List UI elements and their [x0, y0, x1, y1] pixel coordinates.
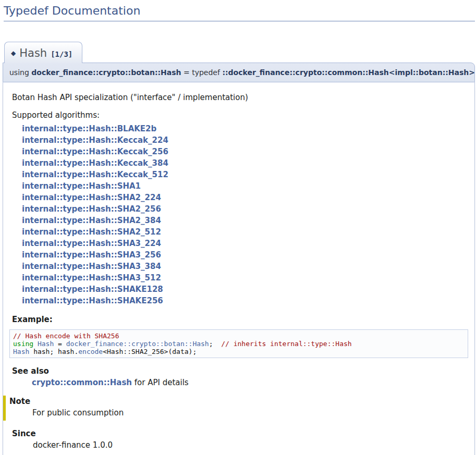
example-label: Example:	[12, 315, 468, 324]
see-also-section: See also crypto::common::Hash for API de…	[12, 366, 468, 387]
algorithm-item: internal::type::Hash::Keccak_512	[22, 169, 468, 180]
algorithm-item: internal::type::Hash::SHA3_512	[22, 272, 468, 284]
since-label: Since	[12, 429, 468, 438]
algorithm-link[interactable]: internal::type::Hash::Keccak_512	[22, 170, 168, 179]
since-text: docker-finance 1.0.0	[33, 440, 468, 450]
member-item: using docker_finance::crypto::botan::Has…	[3, 63, 475, 455]
code-link-hash[interactable]: Hash	[13, 348, 29, 355]
code-line: // Hash encode with SHA256	[13, 332, 465, 340]
code-link-encode[interactable]: encode	[78, 348, 103, 355]
algorithm-item: internal::type::Hash::SHA2_224	[22, 192, 468, 203]
algorithm-link[interactable]: internal::type::Hash::SHA3_256	[22, 250, 161, 260]
see-also-label: See also	[12, 366, 468, 376]
algorithm-item: internal::type::Hash::SHA2_256	[22, 203, 468, 215]
algorithm-link[interactable]: internal::type::Hash::SHA3_224	[22, 239, 161, 248]
overload-badge: [1/3]	[51, 50, 72, 58]
algorithm-link[interactable]: internal::type::Hash::SHA2_256	[22, 204, 161, 214]
algorithm-link[interactable]: internal::type::Hash::SHA2_384	[22, 216, 161, 225]
algorithm-link[interactable]: internal::type::Hash::SHAKE128	[22, 285, 163, 294]
algorithm-item: internal::type::Hash::SHA3_384	[22, 261, 468, 272]
proto-member-name: docker_finance::crypto::botan::Hash	[31, 68, 181, 77]
algorithm-list: internal::type::Hash::BLAKE2b internal::…	[22, 123, 468, 306]
algorithm-link[interactable]: internal::type::Hash::BLAKE2b	[22, 124, 156, 133]
anchor-diamond-icon[interactable]: ◆	[11, 50, 16, 57]
algorithm-link[interactable]: internal::type::Hash::SHA1	[22, 181, 141, 191]
algorithm-link[interactable]: internal::type::Hash::Keccak_224	[22, 136, 168, 145]
since-section: Since docker-finance 1.0.0	[12, 429, 468, 450]
proto-typedef-keyword: = typedef	[181, 68, 223, 77]
algorithm-item: internal::type::Hash::SHA3_224	[22, 238, 468, 249]
algorithm-link[interactable]: internal::type::Hash::Keccak_256	[22, 147, 168, 156]
code-comment: // inherits internal::type::Hash	[221, 340, 351, 348]
algorithm-link[interactable]: internal::type::Hash::SHA3_512	[22, 273, 161, 282]
code-operator: =	[54, 340, 66, 348]
code-line: Hash hash; hash.encode<Hash::SHA2_256>(d…	[13, 348, 465, 355]
code-link-hash[interactable]: Hash	[38, 340, 54, 348]
code-link-botan-hash[interactable]: docker_finance::crypto::botan::Hash	[66, 340, 209, 348]
algorithm-link[interactable]: internal::type::Hash::SHA3_384	[22, 262, 161, 271]
algorithm-link[interactable]: internal::type::Hash::SHA2_224	[22, 193, 161, 202]
note-label: Note	[9, 397, 468, 406]
code-keyword-using: using	[13, 340, 38, 348]
algorithm-item: internal::type::Hash::Keccak_256	[22, 146, 468, 157]
algorithm-item: internal::type::Hash::SHA1	[22, 180, 468, 192]
algorithm-link[interactable]: internal::type::Hash::SHAKE256	[22, 296, 163, 305]
algorithm-item: internal::type::Hash::SHA3_256	[22, 249, 468, 261]
member-title-tab: ◆Hash[1/3]	[4, 42, 82, 63]
code-example-block: // Hash encode with SHA256 using Hash = …	[9, 329, 468, 358]
proto-using-keyword: using	[9, 68, 31, 77]
member-prototype: using docker_finance::crypto::botan::Has…	[3, 63, 475, 82]
algorithm-link[interactable]: internal::type::Hash::SHA2_512	[22, 227, 161, 237]
algorithm-item: internal::type::Hash::SHA2_512	[22, 226, 468, 238]
see-also-suffix: for API details	[132, 378, 189, 387]
page-title: Typedef Documentation	[4, 3, 475, 21]
brief-description: Botan Hash API specialization ("interfac…	[12, 93, 468, 102]
algorithm-link[interactable]: internal::type::Hash::Keccak_384	[22, 158, 168, 168]
algorithm-item: internal::type::Hash::Keccak_224	[22, 134, 468, 146]
member-documentation: Botan Hash API specialization ("interfac…	[3, 82, 475, 455]
code-comment: // Hash encode with SHA256	[13, 332, 119, 340]
algorithm-item: internal::type::Hash::BLAKE2b	[22, 123, 468, 134]
note-section: Note For public consumption	[3, 396, 468, 421]
note-text: For public consumption	[32, 408, 468, 417]
code-line: using Hash = docker_finance::crypto::bot…	[13, 340, 465, 348]
proto-target-type: ::docker_finance::crypto::common::Hash<i…	[222, 68, 475, 77]
algorithm-item: internal::type::Hash::Keccak_384	[22, 157, 468, 169]
typedef-documentation-page: Typedef Documentation ◆Hash[1/3] using d…	[0, 3, 476, 455]
supported-algorithms-label: Supported algorithms:	[12, 110, 468, 120]
algorithm-item: internal::type::Hash::SHAKE256	[22, 295, 468, 306]
algorithm-item: internal::type::Hash::SHAKE128	[22, 284, 468, 295]
code-text: hash; hash.	[29, 348, 78, 355]
code-punctuation: ;	[209, 340, 221, 348]
see-also-link[interactable]: crypto::common::Hash	[32, 378, 132, 387]
member-name: Hash	[19, 47, 47, 59]
code-text: <Hash::SHA2_256>(data);	[103, 348, 197, 355]
see-also-content: crypto::common::Hash for API details	[32, 378, 468, 387]
algorithm-item: internal::type::Hash::SHA2_384	[22, 215, 468, 226]
